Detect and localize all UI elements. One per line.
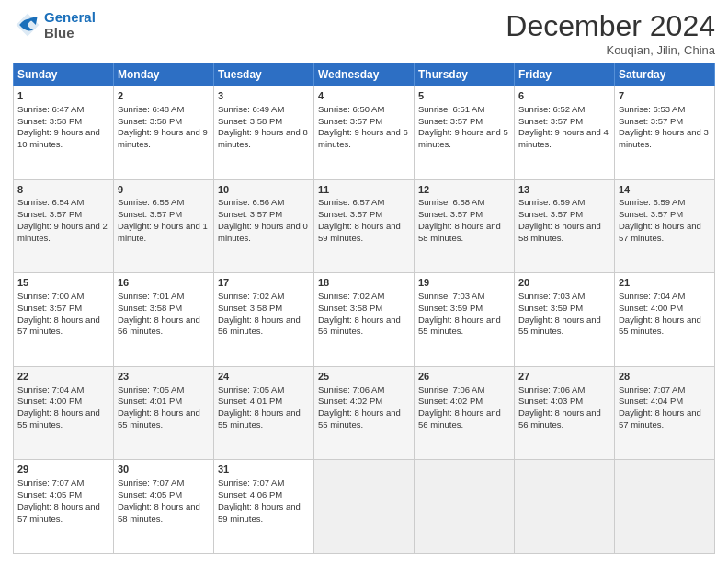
sunrise-label: Sunrise: 7:07 AM: [218, 477, 284, 488]
calendar-cell: 17Sunrise: 7:02 AMSunset: 3:58 PMDayligh…: [214, 273, 314, 367]
day-number: 7: [619, 89, 711, 103]
calendar-cell: 12Sunrise: 6:58 AMSunset: 3:57 PMDayligh…: [415, 179, 515, 273]
calendar-cell: 2Sunrise: 6:48 AMSunset: 3:58 PMDaylight…: [114, 86, 214, 180]
daylight-label: Daylight: 9 hours and 8 minutes.: [218, 127, 308, 149]
day-number: 26: [418, 370, 510, 384]
sunrise-label: Sunrise: 7:06 AM: [518, 385, 585, 395]
day-number: 20: [518, 276, 610, 290]
weekday-header-wednesday: Wednesday: [314, 63, 415, 86]
title-block: December 2024 Kouqian, Jilin, China: [506, 9, 715, 57]
calendar-cell: 29Sunrise: 7:07 AMSunset: 4:05 PMDayligh…: [14, 460, 114, 554]
calendar-week-2: 8Sunrise: 6:54 AMSunset: 3:57 PMDaylight…: [14, 179, 715, 273]
calendar-week-5: 29Sunrise: 7:07 AMSunset: 4:05 PMDayligh…: [14, 460, 715, 554]
logo-inner: General Blue: [13, 9, 96, 40]
day-number: 10: [218, 183, 310, 197]
sunrise-label: Sunrise: 6:57 AM: [318, 197, 384, 207]
day-number: 27: [518, 370, 610, 384]
day-number: 14: [619, 183, 711, 197]
calendar-cell: 11Sunrise: 6:57 AMSunset: 3:57 PMDayligh…: [314, 179, 415, 273]
calendar-cell: 1Sunrise: 6:47 AMSunset: 3:58 PMDaylight…: [14, 86, 114, 180]
calendar-week-4: 22Sunrise: 7:04 AMSunset: 4:00 PMDayligh…: [14, 366, 715, 460]
sunset-label: Sunset: 4:01 PM: [218, 396, 282, 406]
daylight-label: Daylight: 9 hours and 0 minutes.: [218, 221, 308, 243]
day-number: 17: [218, 276, 310, 290]
sunset-label: Sunset: 3:59 PM: [418, 303, 483, 313]
calendar-cell: 16Sunrise: 7:01 AMSunset: 3:58 PMDayligh…: [114, 273, 214, 367]
weekday-header-tuesday: Tuesday: [214, 63, 314, 86]
sunset-label: Sunset: 3:58 PM: [218, 303, 282, 313]
logo-line1: General: [44, 9, 96, 25]
day-number: 6: [518, 89, 610, 103]
day-number: 18: [318, 276, 410, 290]
day-number: 29: [17, 463, 109, 477]
sunset-label: Sunset: 3:57 PM: [218, 209, 282, 219]
sunrise-label: Sunrise: 7:06 AM: [418, 385, 484, 395]
calendar-cell: 21Sunrise: 7:04 AMSunset: 4:00 PMDayligh…: [615, 273, 715, 367]
sunrise-label: Sunrise: 7:07 AM: [118, 477, 184, 488]
sunrise-label: Sunrise: 7:05 AM: [218, 385, 284, 395]
sunset-label: Sunset: 4:05 PM: [118, 489, 182, 500]
calendar-cell: [314, 460, 415, 554]
sunrise-label: Sunrise: 6:58 AM: [418, 197, 484, 207]
sunrise-label: Sunrise: 7:02 AM: [318, 291, 384, 301]
calendar-cell: 30Sunrise: 7:07 AMSunset: 4:05 PMDayligh…: [114, 460, 214, 554]
day-number: 19: [418, 276, 510, 290]
daylight-label: Daylight: 9 hours and 10 minutes.: [17, 127, 100, 149]
sunrise-label: Sunrise: 6:49 AM: [218, 104, 284, 114]
sunrise-label: Sunrise: 6:54 AM: [17, 197, 84, 207]
daylight-label: Daylight: 8 hours and 56 minutes.: [218, 315, 301, 337]
daylight-label: Daylight: 8 hours and 56 minutes.: [318, 315, 401, 337]
daylight-label: Daylight: 8 hours and 55 minutes.: [318, 408, 401, 430]
calendar-cell: 8Sunrise: 6:54 AMSunset: 3:57 PMDaylight…: [14, 179, 114, 273]
sunrise-label: Sunrise: 6:51 AM: [418, 104, 484, 114]
sunset-label: Sunset: 3:57 PM: [619, 209, 683, 219]
logo: General Blue: [13, 9, 96, 40]
day-number: 1: [17, 89, 109, 103]
daylight-label: Daylight: 8 hours and 58 minutes.: [518, 221, 601, 243]
day-number: 25: [318, 370, 410, 384]
day-number: 4: [318, 89, 410, 103]
day-number: 11: [318, 183, 410, 197]
sunset-label: Sunset: 3:57 PM: [318, 209, 382, 219]
calendar-cell: 15Sunrise: 7:00 AMSunset: 3:57 PMDayligh…: [14, 273, 114, 367]
sunset-label: Sunset: 3:57 PM: [17, 209, 82, 219]
weekday-header-thursday: Thursday: [415, 63, 515, 86]
sunrise-label: Sunrise: 7:05 AM: [118, 385, 184, 395]
day-number: 24: [218, 370, 310, 384]
sunset-label: Sunset: 3:57 PM: [118, 209, 182, 219]
day-number: 31: [218, 463, 310, 477]
sunrise-label: Sunrise: 7:00 AM: [17, 291, 84, 301]
calendar-cell: 6Sunrise: 6:52 AMSunset: 3:57 PMDaylight…: [515, 86, 615, 180]
sunrise-label: Sunrise: 6:52 AM: [518, 104, 585, 114]
daylight-label: Daylight: 8 hours and 56 minutes.: [118, 315, 200, 337]
sunrise-label: Sunrise: 7:04 AM: [619, 291, 685, 301]
weekday-header-saturday: Saturday: [615, 63, 715, 86]
calendar-cell: 26Sunrise: 7:06 AMSunset: 4:02 PMDayligh…: [415, 366, 515, 460]
daylight-label: Daylight: 8 hours and 55 minutes.: [118, 408, 200, 430]
daylight-label: Daylight: 8 hours and 57 minutes.: [619, 408, 701, 430]
daylight-label: Daylight: 8 hours and 56 minutes.: [418, 408, 501, 430]
sunrise-label: Sunrise: 6:47 AM: [17, 104, 84, 114]
page: General Blue December 2024 Kouqian, Jili…: [0, 0, 728, 563]
logo-icon: [13, 10, 42, 40]
sunset-label: Sunset: 3:57 PM: [318, 116, 382, 126]
sunrise-label: Sunrise: 7:01 AM: [118, 291, 184, 301]
sunrise-label: Sunrise: 7:07 AM: [17, 477, 84, 488]
day-number: 15: [17, 276, 109, 290]
sunset-label: Sunset: 3:58 PM: [218, 116, 282, 126]
logo-line2: Blue: [44, 25, 96, 40]
daylight-label: Daylight: 8 hours and 55 minutes.: [218, 408, 301, 430]
day-number: 23: [118, 370, 210, 384]
calendar-cell: 20Sunrise: 7:03 AMSunset: 3:59 PMDayligh…: [515, 273, 615, 367]
daylight-label: Daylight: 8 hours and 55 minutes.: [619, 315, 701, 337]
day-number: 8: [17, 183, 109, 197]
calendar-cell: 13Sunrise: 6:59 AMSunset: 3:57 PMDayligh…: [515, 179, 615, 273]
calendar-cell: 28Sunrise: 7:07 AMSunset: 4:04 PMDayligh…: [615, 366, 715, 460]
sunrise-label: Sunrise: 7:06 AM: [318, 385, 384, 395]
calendar-week-3: 15Sunrise: 7:00 AMSunset: 3:57 PMDayligh…: [14, 273, 715, 367]
sunrise-label: Sunrise: 6:59 AM: [619, 197, 685, 207]
calendar-cell: 24Sunrise: 7:05 AMSunset: 4:01 PMDayligh…: [214, 366, 314, 460]
calendar-cell: 25Sunrise: 7:06 AMSunset: 4:02 PMDayligh…: [314, 366, 415, 460]
sunrise-label: Sunrise: 7:07 AM: [619, 385, 685, 395]
weekday-header-row: SundayMondayTuesdayWednesdayThursdayFrid…: [14, 63, 715, 86]
